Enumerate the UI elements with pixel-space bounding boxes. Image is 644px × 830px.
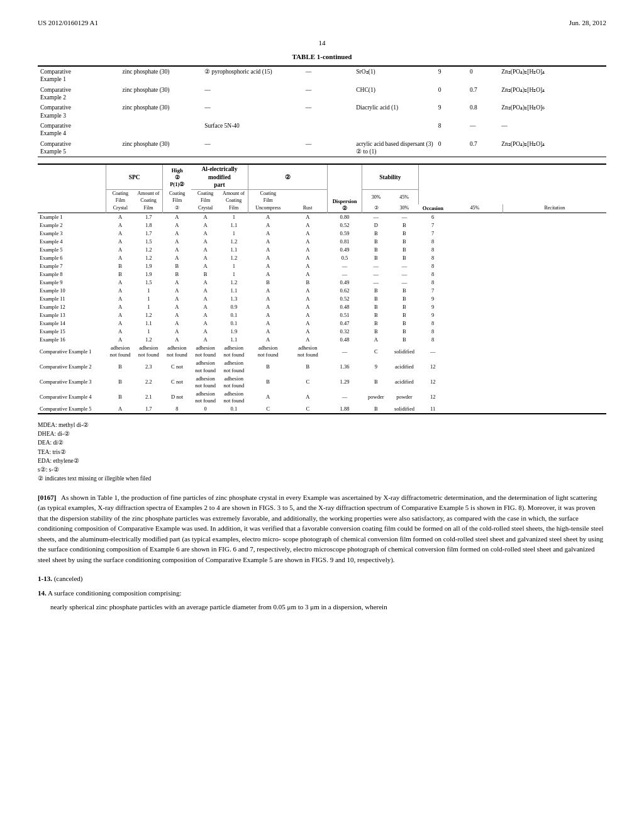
comparative-row-4: ComparativeExample 4 Surface 5N-40 8 — — — [38, 121, 606, 139]
row-value: 12 — [419, 375, 447, 390]
row-value: 9 — [419, 311, 447, 319]
result-row: Example 9A1.5AA1.2BB0.49——8 — [38, 279, 606, 287]
row-value: 8 — [163, 405, 191, 414]
row-value: 0.81 — [328, 238, 362, 246]
pct45-h: 45% — [447, 204, 503, 213]
row-value: 7 — [419, 230, 447, 238]
row-label: Example 14 — [38, 319, 106, 328]
ce5-col5: 0 — [436, 139, 467, 157]
result-row: Comparative Example 5A1.7800.1CC1.88Bsol… — [38, 405, 606, 414]
row-value: A — [191, 336, 219, 344]
row-value: adhesionnot found — [106, 344, 134, 359]
row-value: C — [362, 344, 390, 359]
ce4-col6: — — [467, 121, 499, 139]
row-value: B — [163, 270, 191, 279]
circle2-h: ② — [163, 204, 191, 213]
row-value: 0.49 — [328, 246, 362, 254]
row-value: A — [288, 336, 328, 344]
row-value: A — [362, 336, 390, 344]
row-value: adhesionnot found — [219, 359, 248, 374]
row-value: A — [288, 221, 328, 230]
row-value: 1 — [135, 328, 163, 336]
result-row: Example 2A1.8AA1.1AA0.52DB7 — [38, 221, 606, 230]
claim-num-1-13: 1-13. (canceled) — [38, 575, 82, 582]
sub-header-row: CoatingFilm Amount ofCoating CoatingFilm… — [38, 190, 606, 204]
row-value: solidified — [390, 405, 418, 414]
result-row: Example 10A1AA1.1AA0.62BB7 — [38, 287, 606, 295]
row-value: C — [288, 375, 328, 390]
row-value: A — [191, 287, 219, 295]
row-value: 0.62 — [328, 287, 362, 295]
row-label: Example 7 — [38, 262, 106, 270]
ce5-col7: Zn₂(PO₄)₂[H₂O]₄ — [499, 139, 606, 157]
ce2-col7: Zn₂(PO₄)₂[H₂O]₄ — [499, 85, 606, 103]
row-value: — — [390, 213, 418, 221]
row-value: A — [248, 213, 287, 221]
row-label: Example 15 — [38, 328, 106, 336]
row-value: 1 — [219, 213, 248, 221]
ce1-col1: zinc phosphate (30) — [120, 66, 203, 85]
row-value: 8 — [419, 336, 447, 344]
rust-h: Rust — [288, 204, 328, 213]
footnote-6: s②: s-② — [38, 465, 606, 474]
ce1-col5: 9 — [436, 66, 467, 85]
row-value: B — [106, 359, 134, 374]
ce3-col4: Diacrylic acid (1) — [353, 102, 436, 121]
row-value: B — [288, 279, 328, 287]
coating-film-h4: CoatingFilm — [248, 190, 287, 204]
row-value: adhesionnot found — [163, 344, 191, 359]
row-value: A — [106, 295, 134, 303]
row-value: B — [106, 390, 134, 405]
row-value: powder — [390, 390, 418, 405]
row-value: adhesionnot found — [191, 390, 219, 405]
row-value: — — [328, 390, 362, 405]
result-row: Comparative Example 2B2.3C notadhesionno… — [38, 359, 606, 374]
page-header: US 2012/0160129 A1 Jun. 28, 2012 — [38, 19, 606, 26]
spc-header: SPC — [106, 164, 162, 190]
ce5-col6: 0.7 — [467, 139, 499, 157]
row-value: adhesionnot found — [219, 375, 248, 390]
row-value: 7 — [419, 287, 447, 295]
row-value: B — [362, 311, 390, 319]
ce1-col3: — — [303, 66, 353, 85]
row-value: — — [390, 279, 418, 287]
row-value: A — [191, 246, 219, 254]
row-value: A — [248, 246, 287, 254]
ce3-col6: 0.8 — [467, 102, 499, 121]
row-label: Comparative Example 5 — [38, 405, 106, 414]
row-value: A — [191, 311, 219, 319]
para-num: [0167] — [38, 494, 56, 501]
row-value: 1.8 — [135, 221, 163, 230]
row-value: — — [328, 270, 362, 279]
row-value: A — [248, 336, 287, 344]
row-label: Comparative Example 1 — [38, 344, 106, 359]
row-value: 1.9 — [219, 328, 248, 336]
ce3-col2: — — [202, 102, 303, 121]
row-value: 1.1 — [219, 221, 248, 230]
row-value: A — [191, 230, 219, 238]
row-value: D — [362, 221, 390, 230]
ce1-col7: Zn₂(PO₄)₂[H₂O]₄ — [499, 66, 606, 85]
row-value: B — [390, 246, 418, 254]
row-value: 8 — [419, 270, 447, 279]
row-label: Example 8 — [38, 270, 106, 279]
row-value: A — [248, 262, 287, 270]
row-value: 8 — [419, 279, 447, 287]
row-value: 12 — [419, 359, 447, 374]
result-row: Example 16A1.2AA1.1AA0.48AB8 — [38, 336, 606, 344]
row-value: C — [288, 405, 328, 414]
film2-h: Film — [219, 204, 248, 213]
row-value: A — [163, 303, 191, 311]
row-value: 1.1 — [219, 336, 248, 344]
row-value: B — [362, 405, 390, 414]
row-value: 1 — [135, 295, 163, 303]
footnote-2: DHEA: di-② — [38, 429, 606, 438]
row-label: Comparative Example 3 — [38, 375, 106, 390]
row-value: A — [288, 319, 328, 328]
pct30-h: 30% — [390, 204, 418, 213]
row-value: A — [288, 270, 328, 279]
row-value: B — [390, 221, 418, 230]
row-value: A — [106, 254, 134, 262]
row-value: 8 — [419, 254, 447, 262]
row-value: 0.52 — [328, 295, 362, 303]
